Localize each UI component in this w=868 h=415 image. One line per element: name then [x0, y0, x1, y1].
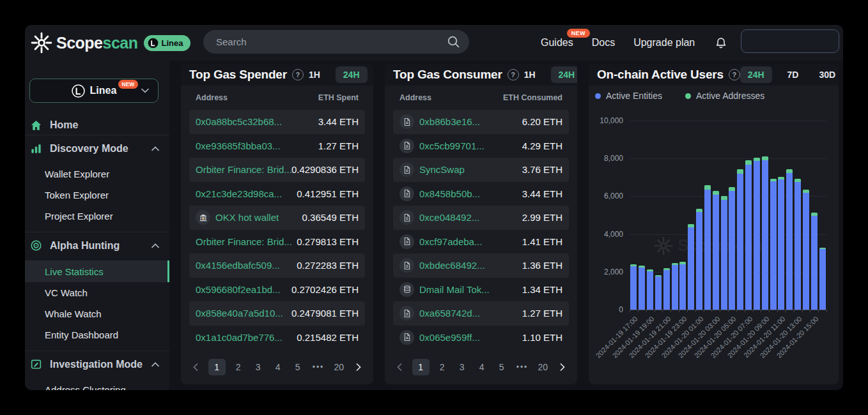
table-row[interactable]: Orbiter Finance: Brid...0.279813 ETH [189, 230, 365, 254]
pagination-page[interactable]: 4 [475, 359, 489, 375]
sidebar-section-investigation-mode[interactable]: Investigation Mode [25, 351, 169, 377]
bar-slot[interactable] [711, 191, 720, 310]
pagination-prev-button[interactable] [189, 359, 203, 375]
pagination-page[interactable]: 2 [435, 359, 449, 375]
table-row[interactable]: 0xa658742d...1.27 ETH [393, 301, 569, 326]
bar-slot[interactable] [695, 209, 704, 310]
tab-24h[interactable]: 24H [336, 66, 368, 83]
address-link[interactable]: 0xbdec68492... [419, 260, 485, 271]
bar-slot[interactable] [670, 263, 679, 310]
table-row[interactable]: 0x21c3de23d98ca...0.412951 ETH [189, 182, 365, 206]
bar-slot[interactable] [769, 179, 777, 310]
address-link[interactable]: 0x596680f2ea1bd... [196, 284, 281, 295]
sidebar-item-token-explorer[interactable]: Token Explorer [25, 185, 169, 206]
bar-slot[interactable] [753, 158, 761, 310]
table-row[interactable]: Dmail Mail Tok...1.34 ETH [393, 278, 569, 302]
table-row[interactable]: 0x1a1c0ad7be776...0.215482 ETH [189, 326, 365, 350]
bar-slot[interactable] [704, 185, 712, 310]
address-link[interactable]: 0x21c3de23d98ca... [196, 188, 282, 199]
address-link[interactable]: 0xb86b3e16... [419, 116, 480, 127]
legend-item[interactable]: Active Addresses [685, 91, 764, 101]
tab-30d[interactable]: 30D [814, 66, 839, 83]
address-link[interactable]: 0xe93685f3bba03... [196, 140, 281, 151]
table-row[interactable]: Orbiter Finance: Brid...0.4290836 ETH [189, 158, 365, 182]
table-row[interactable]: 0x0a88bc5c32b68...3.44 ETH [189, 110, 365, 134]
table-row[interactable]: SyncSwap3.76 ETH [393, 158, 569, 182]
pagination-page[interactable]: 1 [412, 359, 430, 375]
bar-slot[interactable] [630, 264, 638, 310]
pagination-page[interactable]: 4 [271, 359, 285, 375]
bar-slot[interactable] [761, 156, 769, 310]
address-link[interactable]: 0xa658742d... [419, 308, 480, 319]
bar-slot[interactable] [646, 269, 655, 310]
bar-slot[interactable] [810, 213, 818, 310]
pagination-next-button[interactable] [555, 359, 570, 375]
bar-slot[interactable] [638, 266, 646, 310]
bar-slot[interactable] [818, 248, 826, 310]
tab-24h[interactable]: 24H [740, 66, 772, 83]
tab-1h[interactable]: 1H [519, 66, 541, 83]
sidebar-item-vc-watch[interactable]: VC Watch [25, 282, 169, 303]
sidebar-section-alpha-hunting[interactable]: Alpha Hunting [25, 232, 169, 259]
bar-slot[interactable] [777, 177, 786, 310]
help-icon[interactable]: ? [292, 69, 304, 80]
header-outline-button[interactable] [741, 29, 839, 53]
address-link[interactable]: 0x8458b50b... [419, 188, 480, 199]
table-row[interactable]: 0xce048492...2.99 ETH [393, 206, 569, 230]
pagination-page[interactable]: 5 [495, 359, 509, 375]
sidebar-item-live-statistics[interactable]: Live Statistics [25, 260, 169, 282]
address-link[interactable]: Dmail Mail Tok... [419, 284, 490, 295]
bar-slot[interactable] [662, 268, 670, 310]
bar-slot[interactable] [745, 160, 753, 310]
sidebar-item-address-clustering[interactable]: Address Clustering [25, 379, 169, 390]
address-link[interactable]: OKX hot wallet [215, 212, 279, 223]
table-row[interactable]: 0xc5cb99701...4.29 ETH [393, 134, 569, 158]
bar-slot[interactable] [736, 169, 745, 310]
address-link[interactable]: 0x4156edbafc509... [196, 260, 280, 271]
bar-slot[interactable] [655, 275, 663, 310]
pagination-ellipsis[interactable]: ••• [311, 359, 327, 375]
table-row[interactable]: 0x8458b50b...3.44 ETH [393, 182, 569, 206]
nav-item-docs[interactable]: Docs [592, 37, 615, 49]
bar-slot[interactable] [786, 169, 794, 310]
sidebar-item-wallet-explorer[interactable]: Wallet Explorer [25, 163, 169, 185]
pagination-page[interactable]: 3 [455, 359, 469, 375]
search-icon[interactable] [447, 35, 460, 49]
address-link[interactable]: Orbiter Finance: Brid... [196, 164, 292, 175]
bar-slot[interactable] [728, 187, 736, 310]
table-row[interactable]: 0xbdec68492...1.36 ETH [393, 253, 569, 278]
sidebar-item-entity-dashboard[interactable]: Entity Dashboard [25, 324, 169, 345]
bar-slot[interactable] [720, 196, 728, 310]
address-link[interactable]: 0xcf97adeba... [419, 236, 482, 247]
sidebar-section-discovery-mode[interactable]: Discovery Mode [25, 135, 169, 162]
table-row[interactable]: 0x065e959ff...1.10 ETH [393, 326, 569, 350]
notifications-bell-icon[interactable] [715, 36, 727, 50]
pagination-page[interactable]: 2 [231, 359, 245, 375]
address-link[interactable]: SyncSwap [419, 164, 465, 175]
sidebar-item-whale-watch[interactable]: Whale Watch [25, 303, 169, 324]
address-link[interactable]: Orbiter Finance: Brid... [196, 236, 292, 247]
pagination-prev-button[interactable] [392, 359, 407, 375]
pagination-page[interactable]: 1 [208, 359, 226, 375]
brand-logo[interactable]: Scopescan Linea [31, 32, 190, 54]
bar-slot[interactable] [794, 179, 802, 310]
tab-24h[interactable]: 24H [551, 66, 577, 83]
nav-item-guides[interactable]: GuidesNEW [541, 37, 573, 49]
pagination-ellipsis[interactable]: ••• [515, 359, 531, 375]
help-icon[interactable]: ? [729, 69, 740, 80]
address-link[interactable]: 0x065e959ff... [419, 332, 480, 343]
search-input[interactable] [203, 30, 469, 54]
table-row[interactable]: 0x4156edbafc509...0.272283 ETH [189, 253, 365, 278]
tab-7d[interactable]: 7D [782, 66, 804, 83]
bar-slot[interactable] [687, 224, 695, 310]
address-link[interactable]: 0xc5cb99701... [419, 140, 484, 151]
address-link[interactable]: 0x858e40a7a5d10... [196, 308, 283, 319]
table-row[interactable]: 0xe93685f3bba03...1.27 ETH [189, 134, 365, 158]
network-selector[interactable]: LineaNEW [29, 79, 159, 103]
pagination-next-button[interactable] [352, 359, 366, 375]
nav-item-upgrade-plan[interactable]: Upgrade plan [633, 37, 695, 49]
bar-slot[interactable] [802, 190, 810, 310]
address-link[interactable]: 0x0a88bc5c32b68... [196, 116, 282, 127]
table-row[interactable]: 0xcf97adeba...1.41 ETH [393, 230, 569, 254]
pagination-page[interactable]: 20 [536, 359, 550, 375]
